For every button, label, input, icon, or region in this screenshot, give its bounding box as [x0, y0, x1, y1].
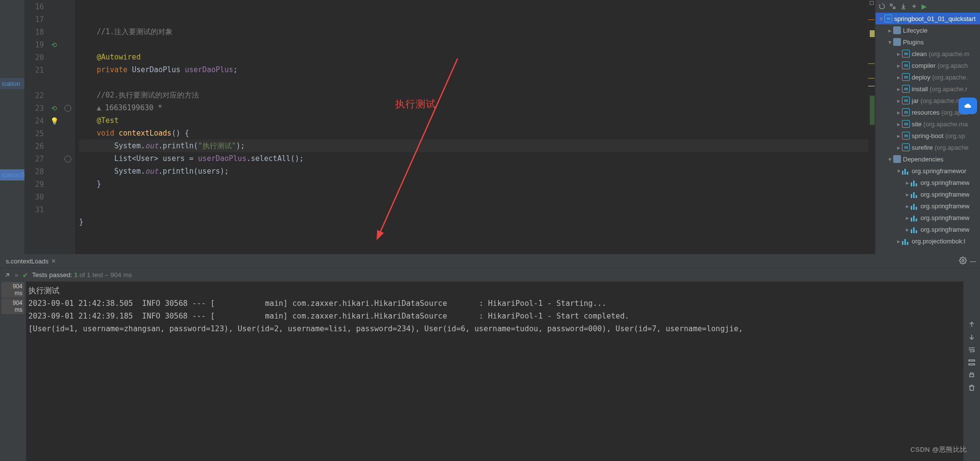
tree-row[interactable]: ▸minstall (org.apache.r	[876, 83, 980, 95]
console-line: 2023-09-01 21:42:38.505 INFO 30568 --- […	[28, 297, 961, 310]
export-icon[interactable]	[4, 272, 11, 279]
code-line[interactable]: List<User> users = userDaoPlus.selectAll…	[79, 152, 868, 165]
tree-row[interactable]: ▸msite (org.apache.ma	[876, 118, 980, 130]
code-line[interactable]	[79, 38, 868, 51]
close-icon[interactable]: ×	[51, 257, 55, 265]
print-icon[interactable]	[968, 371, 976, 379]
tree-row[interactable]: ▸org.springframew	[876, 223, 980, 235]
cloud-badge[interactable]	[959, 98, 977, 114]
down-icon[interactable]	[968, 333, 976, 341]
test-status-bar: » ✔ Tests passed: 1 of 1 test – 904 ms	[0, 268, 980, 281]
soft-wrap-icon[interactable]	[968, 346, 976, 354]
tree-row[interactable]: ▸mdeploy (org.apache.	[876, 71, 980, 83]
code-line[interactable]: //1.注入要测试的对象	[79, 25, 868, 38]
generate-sources-icon[interactable]	[889, 3, 896, 10]
run-tool-window: s.contextLoads× — » ✔ Tests passed: 1 of…	[0, 254, 980, 461]
console-output[interactable]: 执行测试2023-09-01 21:42:38.505 INFO 30568 -…	[26, 281, 963, 461]
download-sources-icon[interactable]	[900, 3, 907, 10]
add-project-icon[interactable]	[911, 3, 918, 10]
gutter-extra-column	[60, 0, 75, 254]
svg-rect-6	[970, 374, 974, 377]
maven-tool-window: ▶ ▾mspringboot_01_01_quickstart▸Lifecycl…	[875, 0, 980, 254]
code-line[interactable]: @Test	[79, 114, 868, 127]
tree-row[interactable]: ▸org.projectlombok:l	[876, 235, 980, 247]
maven-tree[interactable]: ▾mspringboot_01_01_quickstart▸Lifecycle▾…	[876, 13, 980, 254]
test-duration-chip: 904 ms	[1, 282, 24, 298]
check-icon: ✔	[22, 271, 28, 279]
tree-row[interactable]: ▸org.springframew	[876, 177, 980, 188]
console-line: 2023-09-01 21:42:39.185 INFO 30568 --- […	[28, 310, 961, 322]
maven-toolbar: ▶	[876, 0, 980, 13]
svg-rect-4	[969, 360, 975, 361]
code-line[interactable]: private UserDaoPlus userDaoPlus;	[79, 63, 868, 76]
left-tab-b[interactable]: icationTe	[0, 169, 24, 180]
code-line[interactable]: }	[79, 216, 868, 228]
tree-row[interactable]: ▾Dependencies	[876, 153, 980, 165]
run-goal-icon[interactable]: ▶	[921, 2, 927, 10]
svg-rect-2	[893, 7, 895, 9]
run-tab-bar: s.contextLoads× —	[0, 254, 980, 268]
test-duration-chip: 904 ms	[1, 299, 24, 314]
tree-row[interactable]: ▸msurefire (org.apache	[876, 141, 980, 153]
tree-row[interactable]: ▸org.springframew	[876, 188, 980, 200]
tree-row[interactable]: ▾org.springframewor	[876, 165, 980, 177]
editor-region: 16171819202122232425262728293031 ⟲⟲💡 //1…	[24, 0, 875, 254]
console-line: 执行测试	[28, 284, 961, 297]
svg-point-3	[962, 260, 964, 261]
line-number-column: 16171819202122232425262728293031	[24, 0, 48, 254]
test-tree-times: 904 ms 904 ms	[0, 281, 26, 461]
author-annotation: ▲16636199630 *	[79, 101, 868, 114]
tree-row[interactable]: ▸mcompiler (org.apach	[876, 60, 980, 71]
console-side-toolbar	[963, 281, 980, 461]
hide-icon[interactable]: —	[970, 258, 976, 265]
settings-gear-icon[interactable]	[959, 257, 967, 266]
console-line: [User(id=1, username=zhangsan, password=…	[28, 322, 961, 335]
cloud-icon	[963, 102, 973, 110]
annotation-label: 执行测试	[395, 98, 436, 110]
watermark: CSDN @恶熊比比	[910, 445, 967, 454]
tree-row[interactable]: ▸mclean (org.apache.m	[876, 48, 980, 60]
tree-row[interactable]: ▸mspring-boot (org.sp	[876, 130, 980, 141]
code-line[interactable]: //02.执行要测试的对应的方法	[79, 89, 868, 101]
code-line[interactable]: }	[79, 178, 868, 190]
code-area[interactable]: //1.注入要测试的对象 @Autowired private UserDaoP…	[75, 0, 868, 254]
svg-rect-1	[890, 4, 892, 6]
code-line[interactable]	[79, 228, 868, 241]
editor-gutter: 16171819202122232425262728293031 ⟲⟲💡	[24, 0, 75, 254]
inspection-indicator[interactable]	[870, 1, 874, 5]
code-line[interactable]	[79, 203, 868, 216]
code-line[interactable]: void contextLoads() {	[79, 127, 868, 140]
tree-row[interactable]: ▸org.springframew	[876, 212, 980, 223]
code-line[interactable]: System.out.println("执行测试");	[79, 140, 868, 152]
gutter-icon-column: ⟲⟲💡	[48, 0, 60, 254]
code-line[interactable]	[79, 76, 868, 89]
reimport-icon[interactable]	[879, 3, 885, 10]
tree-row[interactable]: ▸org.springframew	[876, 200, 980, 212]
tree-row[interactable]: ▾Plugins	[876, 36, 980, 48]
tree-row[interactable]: ▸Lifecycle	[876, 24, 980, 36]
run-tab-contextloads[interactable]: s.contextLoads×	[2, 255, 60, 267]
trash-icon[interactable]	[968, 384, 976, 392]
separator: »	[15, 271, 19, 279]
svg-rect-5	[969, 364, 975, 365]
code-line[interactable]	[79, 190, 868, 203]
code-line[interactable]: System.out.println(users);	[79, 165, 868, 178]
editor-overview-ruler[interactable]	[868, 0, 875, 254]
tests-passed-label: Tests passed: 1 of 1 test – 904 ms	[32, 271, 132, 279]
scroll-to-end-icon[interactable]	[968, 359, 976, 366]
up-icon[interactable]	[968, 321, 976, 328]
project-view-stub: ication icationTe	[0, 0, 24, 254]
left-tab-a[interactable]: ication	[0, 78, 24, 89]
tree-row[interactable]: ▾mspringboot_01_01_quickstart	[876, 13, 980, 24]
code-line[interactable]: @Autowired	[79, 51, 868, 63]
